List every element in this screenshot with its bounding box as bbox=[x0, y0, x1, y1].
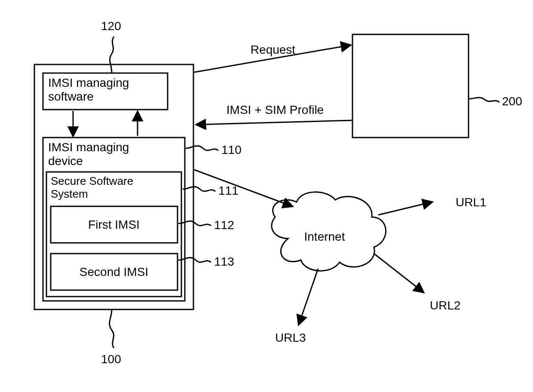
ref-squiggle-110 bbox=[186, 146, 218, 150]
ref-squiggle-200 bbox=[469, 98, 499, 102]
url3-label: URL3 bbox=[275, 331, 306, 344]
imsi-managing-device-label-line2: device bbox=[48, 154, 83, 168]
ref-200: 200 bbox=[502, 95, 522, 108]
url2-label: URL2 bbox=[430, 299, 461, 312]
ref-squiggle-113 bbox=[178, 257, 211, 262]
ref-120: 120 bbox=[101, 19, 121, 33]
arrow-device-to-internet bbox=[194, 170, 292, 206]
request-label: Request bbox=[251, 43, 296, 56]
imsi-managing-software-label-line1: IMSI managing bbox=[48, 76, 129, 89]
secure-software-system-label-line1: Secure Software bbox=[51, 175, 133, 187]
ref-squiggle-112 bbox=[178, 221, 211, 226]
ref-111: 111 bbox=[218, 184, 239, 197]
internet-label: Internet bbox=[304, 230, 345, 243]
ref-squiggle-100 bbox=[110, 309, 114, 348]
imsi-managing-device-label-line1: IMSI managing bbox=[48, 141, 129, 154]
arrow-url2 bbox=[374, 254, 423, 292]
url1-label: URL1 bbox=[456, 196, 487, 209]
ref-100: 100 bbox=[101, 352, 121, 366]
server-box bbox=[352, 34, 469, 138]
ref-113: 113 bbox=[214, 255, 234, 268]
arrow-url3 bbox=[299, 269, 318, 325]
first-imsi-label: First IMSI bbox=[88, 218, 140, 231]
imsi-managing-software-label-line2: software bbox=[48, 90, 94, 103]
second-imsi-label: Second IMSI bbox=[80, 265, 148, 279]
ref-112: 112 bbox=[214, 218, 234, 232]
ref-110: 110 bbox=[221, 143, 242, 156]
arrow-url1 bbox=[378, 202, 432, 215]
arrow-imsi-profile bbox=[196, 120, 352, 125]
ref-squiggle-120 bbox=[110, 37, 114, 73]
diagram-canvas: IMSI managing software IMSI managing dev… bbox=[0, 0, 533, 392]
ref-squiggle-111 bbox=[183, 187, 215, 191]
secure-software-system-label-line2: System bbox=[51, 187, 88, 200]
imsi-profile-label: IMSI + SIM Profile bbox=[227, 103, 324, 116]
